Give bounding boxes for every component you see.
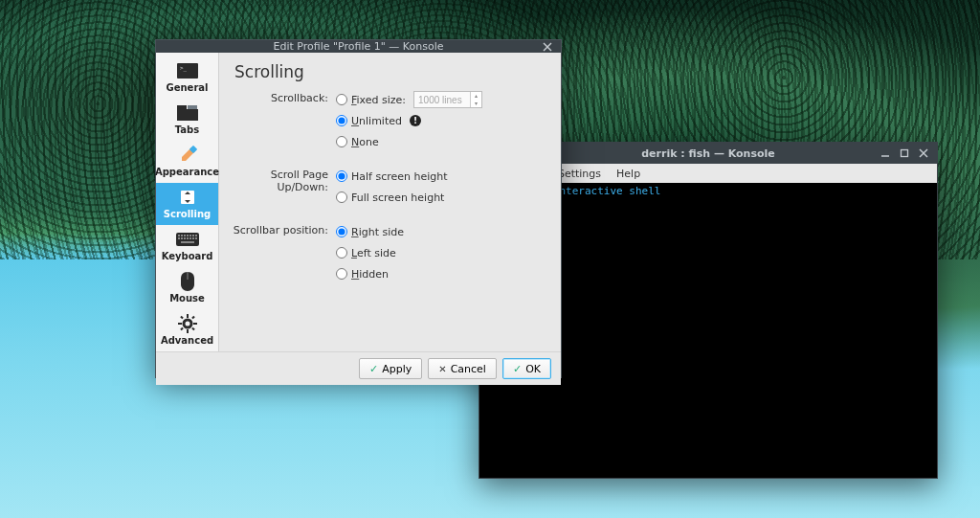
maximize-button[interactable] <box>895 143 914 164</box>
radio-hidden[interactable] <box>336 268 347 280</box>
svg-rect-1 <box>902 150 908 157</box>
minimize-button[interactable] <box>876 143 895 164</box>
keyboard-icon <box>176 230 199 249</box>
terminal-title: derrik : fish — Konsole <box>641 147 775 160</box>
radio-label-none: None <box>351 136 379 148</box>
svg-rect-31 <box>187 314 189 318</box>
sidebar-item-label: Advanced <box>161 335 213 346</box>
edit-profile-dialog: Edit Profile "Profile 1" — Konsole >_ Ge… <box>155 39 562 378</box>
svg-rect-17 <box>187 235 189 236</box>
fixed-size-input[interactable] <box>414 92 470 107</box>
sidebar-item-label: Mouse <box>169 293 205 304</box>
radio-label-unlimited: Unlimited <box>351 115 402 127</box>
ok-button[interactable]: ✓OK <box>502 358 551 379</box>
sidebar-item-appearance[interactable]: Appearance <box>156 141 218 183</box>
terminal-close-button[interactable] <box>914 143 933 164</box>
radio-none[interactable] <box>336 136 347 147</box>
sidebar-item-label: General <box>167 82 209 93</box>
brush-icon <box>176 146 199 165</box>
sidebar-item-general[interactable]: >_ General <box>156 56 218 99</box>
svg-rect-38 <box>180 327 184 331</box>
radio-fixed-size[interactable] <box>336 94 347 105</box>
radio-left-side[interactable] <box>336 247 347 259</box>
radio-label-right: Right side <box>351 226 404 238</box>
svg-rect-14 <box>178 235 180 236</box>
svg-text:>_: >_ <box>180 64 188 72</box>
sidebar-item-advanced[interactable]: Advanced <box>156 309 218 351</box>
svg-rect-25 <box>189 237 191 239</box>
svg-point-30 <box>184 320 191 327</box>
sidebar-item-label: Scrolling <box>164 209 212 219</box>
svg-rect-16 <box>184 235 186 236</box>
spin-buttons[interactable]: ▴▾ <box>470 92 481 107</box>
scrollbarpos-label: Scrollbar position: <box>233 223 336 236</box>
svg-rect-32 <box>187 329 189 333</box>
menu-help[interactable]: Help <box>609 168 648 180</box>
dialog-button-bar: ✓Apply ✕Cancel ✓OK <box>156 351 561 385</box>
svg-rect-27 <box>195 237 197 239</box>
sidebar-item-label: Appearance <box>155 167 219 177</box>
sidebar-item-label: Keyboard <box>162 251 213 261</box>
svg-rect-24 <box>187 237 189 239</box>
svg-rect-33 <box>178 323 182 325</box>
svg-rect-22 <box>181 237 183 239</box>
fixed-size-spinbox[interactable]: ▴▾ <box>413 91 482 108</box>
svg-rect-20 <box>195 235 197 236</box>
sidebar-item-label: Tabs <box>175 124 199 135</box>
svg-rect-10 <box>188 105 197 109</box>
svg-rect-21 <box>178 237 180 239</box>
pageupdown-row: Scroll Page Up/Down: Half screen height … <box>233 168 547 206</box>
tabs-icon <box>176 103 199 123</box>
svg-rect-28 <box>181 241 194 243</box>
radio-label-left: Left side <box>351 247 396 259</box>
svg-rect-9 <box>177 105 187 109</box>
svg-rect-15 <box>181 235 183 236</box>
svg-rect-19 <box>192 235 194 236</box>
svg-rect-8 <box>177 109 198 121</box>
sidebar-item-mouse[interactable]: Mouse <box>156 267 218 309</box>
page-heading: Scrolling <box>234 62 547 81</box>
apply-button[interactable]: ✓Apply <box>359 358 422 379</box>
sidebar-item-scrolling[interactable]: Scrolling <box>156 183 218 225</box>
terminal-icon: >_ <box>176 61 199 80</box>
dialog-close-button[interactable] <box>538 40 557 53</box>
pageupdown-label: Scroll Page Up/Down: <box>233 168 336 193</box>
svg-rect-37 <box>191 316 195 320</box>
svg-rect-34 <box>193 323 197 325</box>
radio-label-half: Half screen height <box>351 170 448 183</box>
radio-unlimited[interactable] <box>336 115 347 126</box>
radio-half-screen[interactable] <box>336 170 347 182</box>
scrolling-icon <box>176 188 199 207</box>
radio-label-fixed: Fixed size: <box>351 94 406 106</box>
scrollback-row: Scrollback: Fixed size: ▴▾ Unlimited ! <box>233 91 547 150</box>
dialog-content: Scrolling Scrollback: Fixed size: ▴▾ <box>219 53 561 351</box>
scrollback-label: Scrollback: <box>233 91 336 104</box>
dialog-title: Edit Profile "Profile 1" — Konsole <box>274 40 444 53</box>
scrollbarpos-row: Scrollbar position: Right side Left side… <box>233 223 547 282</box>
mouse-icon <box>176 272 199 291</box>
svg-rect-26 <box>192 237 194 239</box>
dialog-sidebar: >_ General Tabs Appearance Scr <box>156 53 219 351</box>
radio-right-side[interactable] <box>336 226 347 237</box>
cancel-button[interactable]: ✕Cancel <box>428 358 497 379</box>
gear-icon <box>176 314 199 333</box>
sidebar-item-tabs[interactable]: Tabs <box>156 99 218 141</box>
svg-rect-35 <box>180 316 184 320</box>
dialog-titlebar[interactable]: Edit Profile "Profile 1" — Konsole <box>156 40 561 53</box>
radio-label-hidden: Hidden <box>351 268 389 281</box>
svg-rect-23 <box>184 237 186 239</box>
sidebar-item-keyboard[interactable]: Keyboard <box>156 225 218 267</box>
svg-rect-18 <box>189 235 191 236</box>
radio-full-screen[interactable] <box>336 191 347 203</box>
svg-rect-36 <box>191 327 195 331</box>
radio-label-full: Full screen height <box>351 191 444 204</box>
info-icon[interactable]: ! <box>410 115 421 126</box>
